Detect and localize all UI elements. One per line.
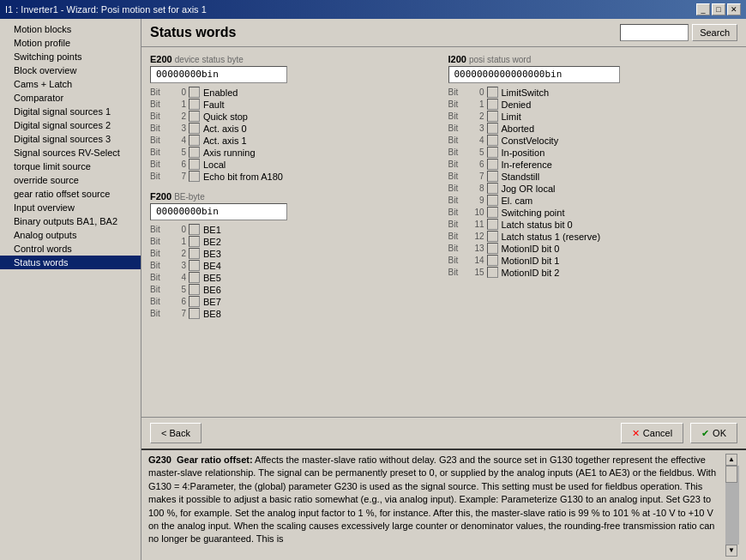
sidebar-item-binary-outputs-ba1,-ba2[interactable]: Binary outputs BA1, BA2 — [0, 214, 141, 228]
sidebar-item-torque-limit-source[interactable]: torque limit source — [0, 160, 141, 173]
sidebar-item-gear-ratio-offset-source[interactable]: gear ratio offset source — [0, 187, 141, 201]
ok-button[interactable]: ✔ OK — [690, 423, 737, 443]
bit-label: Bit — [448, 87, 472, 97]
scroll-thumb[interactable] — [725, 466, 737, 483]
search-input[interactable] — [620, 24, 689, 41]
bit-row: Bit11Latch status bit 0 — [448, 219, 738, 230]
title-bar: I1 : Inverter1 - Wizard: Posi motion set… — [0, 0, 746, 19]
sidebar-item-motion-blocks[interactable]: Motion blocks — [0, 22, 141, 36]
bit-name: Jog OR local — [502, 184, 556, 194]
bit-name: Enabled — [203, 87, 238, 98]
bit-checkbox[interactable] — [189, 159, 200, 170]
bit-name: Quick stop — [203, 111, 248, 122]
sidebar-item-control-words[interactable]: Control words — [0, 242, 141, 256]
bit-checkbox[interactable] — [189, 99, 200, 110]
bit-checkbox[interactable] — [487, 243, 498, 254]
ok-label: OK — [713, 428, 726, 438]
bit-name: Latch status bit 0 — [502, 220, 573, 230]
bit-row: Bit0LimitSwitch — [448, 87, 738, 98]
window-controls[interactable]: _ □ ✕ — [696, 3, 741, 15]
sidebar-item-override-source[interactable]: override source — [0, 173, 141, 187]
bit-checkbox[interactable] — [189, 147, 200, 158]
search-button[interactable]: Search — [692, 24, 737, 41]
sidebar-item-block-overview[interactable]: Block overview — [0, 63, 141, 77]
sidebar-item-motion-profile[interactable]: Motion profile — [0, 36, 141, 50]
bit-checkbox[interactable] — [189, 248, 200, 259]
bit-number: 7 — [472, 172, 484, 181]
bit-name: BE4 — [203, 261, 221, 271]
bit-row: Bit5BE6 — [150, 284, 440, 295]
bit-checkbox[interactable] — [487, 255, 498, 266]
sidebar-item-status-words[interactable]: Status words — [0, 256, 141, 269]
bit-checkbox[interactable] — [189, 123, 200, 134]
bottom-text: Affects the master-slave ratio without d… — [148, 455, 716, 544]
bit-checkbox[interactable] — [189, 260, 200, 271]
scrollbar[interactable]: ▲ ▼ — [725, 454, 739, 557]
cancel-button[interactable]: ✕ Cancel — [621, 423, 683, 443]
back-button[interactable]: < Back — [150, 423, 202, 443]
bit-number: 15 — [472, 268, 484, 277]
bit-checkbox[interactable] — [189, 308, 200, 319]
sidebar-item-digital-signal-sources-3[interactable]: Digital signal sources 3 — [0, 132, 141, 146]
bit-name: LimitSwitch — [502, 87, 550, 98]
sidebar: Motion blocksMotion profileSwitching poi… — [0, 19, 141, 560]
bit-label: Bit — [150, 123, 174, 133]
sidebar-item-input-overview[interactable]: Input overview — [0, 201, 141, 214]
sidebar-item-digital-signal-sources-2[interactable]: Digital signal sources 2 — [0, 118, 141, 132]
sidebar-item-comparator[interactable]: Comparator — [0, 91, 141, 105]
bit-checkbox[interactable] — [189, 135, 200, 146]
bit-checkbox[interactable] — [189, 87, 200, 98]
bit-number: 8 — [472, 184, 484, 193]
bit-checkbox[interactable] — [189, 111, 200, 122]
sidebar-item-signal-sources-rv-select[interactable]: Signal sources RV-Select — [0, 146, 141, 160]
bit-checkbox[interactable] — [487, 99, 498, 110]
bit-name: Act. axis 1 — [203, 135, 247, 146]
bit-row: Bit6Local — [150, 159, 440, 170]
sidebar-item-cams-+-latch[interactable]: Cams + Latch — [0, 77, 141, 91]
bit-checkbox[interactable] — [189, 236, 200, 247]
scroll-up-button[interactable]: ▲ — [725, 454, 737, 466]
bit-name: BE1 — [203, 225, 221, 235]
bit-label: Bit — [150, 172, 174, 181]
bit-checkbox[interactable] — [487, 135, 498, 146]
bit-name: BE5 — [203, 273, 221, 283]
bit-checkbox[interactable] — [487, 111, 498, 122]
sidebar-item-switching-points[interactable]: Switching points — [0, 50, 141, 63]
sidebar-item-analog-outputs[interactable]: Analog outputs — [0, 228, 141, 242]
bit-row: Bit12Latch status 1 (reserve) — [448, 231, 738, 242]
bit-checkbox[interactable] — [487, 123, 498, 134]
close-button[interactable]: ✕ — [727, 3, 741, 15]
bit-checkbox[interactable] — [189, 224, 200, 235]
bit-row: Bit15MotionID bit 2 — [448, 267, 738, 278]
bit-checkbox[interactable] — [487, 195, 498, 206]
bit-checkbox[interactable] — [487, 87, 498, 98]
sidebar-item-digital-signal-sources-1[interactable]: Digital signal sources 1 — [0, 105, 141, 118]
bit-checkbox[interactable] — [189, 296, 200, 307]
bit-checkbox[interactable] — [487, 267, 498, 278]
minimize-button[interactable]: _ — [696, 3, 710, 15]
bit-checkbox[interactable] — [487, 207, 498, 218]
bit-label: Bit — [150, 135, 174, 145]
bit-row: Bit3BE4 — [150, 260, 440, 271]
bit-label: Bit — [448, 172, 472, 181]
bit-checkbox[interactable] — [487, 183, 498, 194]
maximize-button[interactable]: □ — [712, 3, 725, 15]
bit-number: 4 — [174, 273, 186, 282]
bit-label: Bit — [448, 232, 472, 241]
bit-name: MotionID bit 1 — [502, 256, 560, 266]
bit-number: 0 — [472, 87, 484, 97]
bit-number: 3 — [174, 261, 186, 270]
bit-checkbox[interactable] — [487, 171, 498, 182]
bit-checkbox[interactable] — [189, 284, 200, 295]
bit-checkbox[interactable] — [189, 171, 200, 182]
bit-checkbox[interactable] — [189, 272, 200, 283]
bit-label: Bit — [150, 249, 174, 258]
scroll-down-button[interactable]: ▼ — [725, 545, 737, 557]
bit-name: BE7 — [203, 297, 221, 307]
bit-row: Bit13MotionID bit 0 — [448, 243, 738, 254]
bit-checkbox[interactable] — [487, 219, 498, 230]
bit-checkbox[interactable] — [487, 231, 498, 242]
window-title: I1 : Inverter1 - Wizard: Posi motion set… — [5, 4, 207, 15]
bit-checkbox[interactable] — [487, 147, 498, 158]
bit-checkbox[interactable] — [487, 159, 498, 170]
